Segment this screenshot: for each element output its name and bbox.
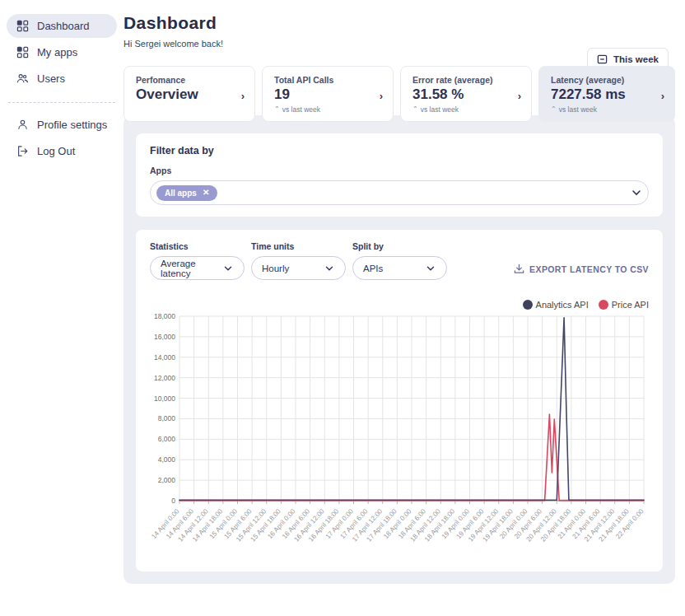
chevron-right-icon: ›: [380, 90, 383, 102]
sidebar-nav: DashboardMy appsUsers: [0, 14, 123, 91]
svg-text:14,000: 14,000: [154, 353, 175, 362]
chart-controls: Statistics Average latency Time units Ho…: [150, 241, 649, 280]
stat-card-label: Error rate (average): [412, 75, 520, 85]
legend-item-analytics-api[interactable]: Analytics API: [523, 300, 589, 310]
stat-card-trend: ⌃vs last week: [274, 105, 381, 114]
filter-title: Filter data by: [150, 145, 649, 156]
sidebar-item-label: Users: [37, 72, 65, 85]
chart-legend: Analytics APIPrice API: [150, 300, 649, 310]
stat-card-trend-label: vs last week: [421, 105, 459, 114]
stat-card-trend-label: vs last week: [282, 105, 320, 114]
chevron-right-icon: ›: [241, 90, 245, 102]
statistics-dropdown[interactable]: Average latency: [150, 256, 245, 280]
sidebar-footer: Profile settingsLog Out: [0, 113, 123, 163]
caret-up-icon: ⌃: [274, 106, 280, 113]
sidebar-divider: [8, 102, 115, 103]
svg-text:12,000: 12,000: [154, 374, 175, 382]
stat-card-latency-average[interactable]: Latency (average)7227.58 ms⌃vs last week…: [538, 66, 675, 122]
page-title: Dashboard: [123, 0, 685, 33]
apps-filter-label: Apps: [150, 166, 649, 175]
sidebar-item-profile-settings[interactable]: Profile settings: [7, 113, 117, 137]
chevron-down-icon: [630, 186, 643, 199]
svg-text:16,000: 16,000: [154, 333, 175, 341]
stat-card-error-rate-average[interactable]: Error rate (average)31.58 %⌃vs last week…: [400, 66, 532, 122]
svg-text:2,000: 2,000: [158, 476, 176, 484]
stat-card-label: Latency (average): [551, 75, 663, 85]
latency-chart-svg: 02,0004,0006,0008,00010,00012,00014,0001…: [150, 311, 647, 560]
stat-card-label: Perfomance: [136, 75, 243, 85]
export-csv-label: EXPORT LATENCY TO CSV: [529, 264, 649, 274]
legend-dot: [599, 300, 608, 310]
calendar-icon: [597, 54, 608, 64]
split-by-dropdown[interactable]: APIs: [352, 256, 447, 280]
sidebar: DashboardMy appsUsers Profile settingsLo…: [0, 0, 123, 616]
sidebar-item-label: Log Out: [37, 145, 75, 157]
sidebar-item-log-out[interactable]: Log Out: [7, 139, 117, 163]
date-range-label: This week: [613, 54, 659, 64]
chevron-right-icon: ›: [518, 90, 521, 102]
stat-card-perfomance[interactable]: PerfomanceOverview›: [123, 66, 255, 122]
svg-text:4,000: 4,000: [158, 455, 176, 464]
legend-label: Analytics API: [536, 300, 589, 310]
logout-icon: [16, 145, 29, 157]
legend-dot: [523, 300, 533, 310]
statistics-control: Statistics Average latency: [150, 241, 245, 280]
chevron-down-icon: [222, 263, 234, 274]
sidebar-item-label: Profile settings: [37, 119, 107, 131]
apps-filter-select[interactable]: All apps ✕: [150, 180, 649, 205]
chevron-down-icon: [425, 263, 436, 274]
grid-icon: [16, 46, 29, 58]
sidebar-item-label: Dashboard: [37, 20, 90, 32]
svg-text:0: 0: [171, 497, 175, 505]
time-units-value: Hourly: [262, 264, 289, 273]
legend-item-price-api[interactable]: Price API: [599, 300, 649, 310]
chevron-right-icon: ›: [661, 90, 664, 102]
stat-card-value: 7227.58 ms: [551, 86, 663, 103]
export-csv-button[interactable]: EXPORT LATENCY TO CSV: [514, 264, 649, 280]
main-content: Dashboard Hi Sergei welcome back! This w…: [123, 0, 685, 616]
stat-card-label: Total API Calls: [274, 75, 381, 85]
users-icon: [16, 72, 29, 85]
statistics-value: Average latency: [161, 259, 222, 278]
person-icon: [16, 119, 29, 131]
sidebar-item-dashboard[interactable]: Dashboard: [7, 14, 117, 38]
chip-close-icon[interactable]: ✕: [203, 189, 209, 197]
stat-card-trend: ⌃vs last week: [551, 105, 663, 114]
all-apps-chip[interactable]: All apps ✕: [156, 185, 217, 201]
stat-card-value: 31.58 %: [412, 86, 520, 103]
svg-text:18,000: 18,000: [154, 312, 175, 320]
chevron-down-icon: [324, 263, 335, 274]
stat-card-trend-label: vs last week: [559, 105, 597, 114]
time-units-control: Time units Hourly: [251, 241, 346, 280]
svg-text:8,000: 8,000: [158, 414, 176, 422]
dashboard-panel: Filter data by Apps All apps ✕ Statistic…: [123, 115, 675, 584]
time-units-label: Time units: [251, 241, 346, 251]
grid-icon: [16, 20, 29, 32]
stat-card-trend: ⌃vs last week: [412, 105, 520, 114]
statistics-card: Statistics Average latency Time units Ho…: [136, 230, 663, 572]
stat-card-total-api-calls[interactable]: Total API Calls19⌃vs last week›: [262, 66, 394, 122]
download-icon: [514, 264, 524, 274]
stat-card-value: 19: [274, 86, 381, 103]
latency-chart: 02,0004,0006,0008,00010,00012,00014,0001…: [150, 311, 649, 560]
stat-card-value: Overview: [136, 86, 243, 103]
svg-text:6,000: 6,000: [158, 435, 176, 443]
caret-up-icon: ⌃: [551, 106, 557, 113]
split-by-label: Split by: [352, 241, 447, 251]
legend-label: Price API: [612, 300, 649, 310]
sidebar-item-users[interactable]: Users: [7, 67, 117, 91]
svg-text:10,000: 10,000: [154, 394, 175, 403]
sidebar-item-my-apps[interactable]: My apps: [7, 40, 117, 64]
time-units-dropdown[interactable]: Hourly: [251, 256, 346, 280]
all-apps-chip-label: All apps: [165, 189, 197, 198]
statistics-label: Statistics: [150, 241, 245, 251]
stat-cards-row: PerfomanceOverview›Total API Calls19⌃vs …: [123, 66, 675, 122]
filter-card: Filter data by Apps All apps ✕: [136, 133, 663, 217]
split-by-value: APIs: [363, 264, 383, 273]
sidebar-item-label: My apps: [37, 46, 77, 58]
split-by-control: Split by APIs: [352, 241, 447, 280]
caret-up-icon: ⌃: [412, 106, 418, 113]
